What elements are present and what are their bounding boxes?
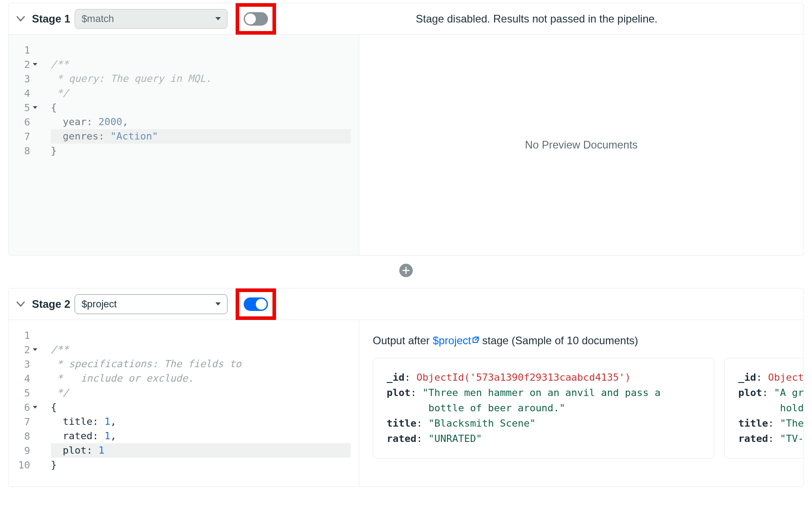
- code-line: /**: [51, 342, 351, 357]
- code-line: rated: 1,: [51, 429, 351, 443]
- stage-2-card: Stage 2 $project 12345678910 /** * speci…: [8, 288, 804, 487]
- caret-down-icon: [215, 302, 221, 306]
- code-line: {: [51, 400, 351, 414]
- toggle-knob: [245, 14, 256, 24]
- line-number: 9: [9, 443, 40, 458]
- output-title: Output after $project stage (Sample of 1…: [373, 333, 800, 347]
- stage-2-toggle-highlight: [236, 288, 276, 320]
- code-line: genres: "Action": [51, 129, 351, 144]
- stage-2-operator-value: $project: [81, 298, 116, 310]
- stage-1-preview-empty: No Preview Documents: [359, 35, 803, 255]
- stage-2-editor[interactable]: 12345678910 /** * specifications: The fi…: [9, 320, 359, 486]
- add-stage-button[interactable]: [399, 264, 413, 277]
- line-number: 3: [9, 72, 40, 86]
- stage-1-editor[interactable]: 12345678 /** * query: The query in MQL. …: [9, 35, 359, 255]
- code-line: * specifications: The fields to: [51, 357, 351, 371]
- line-number: 6: [9, 400, 40, 414]
- code-line: [51, 328, 351, 342]
- line-number: 3: [9, 357, 40, 371]
- line-number: 2: [9, 57, 40, 72]
- code-line: [51, 43, 351, 57]
- line-number: 5: [9, 100, 40, 115]
- code-line: * include or exclude.: [51, 371, 351, 386]
- stage-2-label: Stage 2: [32, 298, 70, 310]
- line-number: 8: [9, 144, 40, 158]
- stage-1-operator-value: $match: [81, 13, 114, 25]
- chevron-down-icon[interactable]: [15, 298, 27, 310]
- external-link-icon: [472, 333, 479, 346]
- stage-1-body: 12345678 /** * query: The query in MQL. …: [9, 35, 803, 255]
- line-number: 6: [9, 115, 40, 129]
- stage-2-code: /** * specifications: The fields to * in…: [40, 320, 359, 480]
- caret-down-icon: [215, 17, 221, 20]
- stage-1-toggle-highlight: [236, 3, 276, 35]
- stage-1-code: /** * query: The query in MQL. */{ year:…: [40, 35, 359, 166]
- stage-1-header: Stage 1 $match Stage disabled. Results n…: [9, 3, 803, 35]
- output-suffix: stage (Sample of 10 documents): [479, 334, 638, 346]
- document-row: _id: ObjectId('573a1390f29313caabcd4135'…: [373, 358, 800, 459]
- code-line: {: [51, 100, 351, 115]
- line-number: 1: [9, 43, 40, 57]
- code-line: year: 2000,: [51, 115, 351, 129]
- stage-1-enable-toggle[interactable]: [244, 12, 268, 26]
- code-line: title: 1,: [51, 414, 351, 429]
- stage-2-enable-toggle[interactable]: [244, 297, 268, 311]
- line-number: 2: [9, 342, 40, 357]
- code-line: }: [51, 144, 351, 158]
- stage-2-body: 12345678910 /** * specifications: The fi…: [9, 320, 803, 486]
- code-line: */: [51, 86, 351, 100]
- stage-1-gutter: 12345678: [9, 35, 40, 255]
- code-line: /**: [51, 57, 351, 72]
- stage-1-card: Stage 1 $match Stage disabled. Results n…: [8, 3, 804, 256]
- line-number: 7: [9, 129, 40, 144]
- stage-1-operator-select[interactable]: $match: [75, 9, 228, 29]
- stage-1-status-text: Stage disabled. Results not passed in th…: [276, 13, 797, 25]
- output-prefix: Output after: [373, 334, 433, 346]
- toggle-knob: [256, 299, 267, 310]
- line-number: 5: [9, 386, 40, 400]
- line-number: 10: [9, 458, 40, 472]
- no-preview-text: No Preview Documents: [525, 139, 638, 151]
- line-number: 1: [9, 328, 40, 342]
- code-line: }: [51, 458, 351, 472]
- output-operator-link[interactable]: $project: [433, 334, 479, 346]
- document-card[interactable]: _id: Object plot: "A gr hold- title: "Th…: [724, 358, 803, 459]
- code-line: plot: 1: [51, 443, 351, 458]
- code-line: * query: The query in MQL.: [51, 72, 351, 86]
- code-line: */: [51, 386, 351, 400]
- line-number: 8: [9, 429, 40, 443]
- document-card[interactable]: _id: ObjectId('573a1390f29313caabcd4135'…: [373, 358, 714, 459]
- chevron-down-icon[interactable]: [15, 13, 27, 25]
- stage-2-operator-select[interactable]: $project: [75, 294, 228, 314]
- line-number: 4: [9, 371, 40, 386]
- stage-2-header: Stage 2 $project: [9, 288, 803, 320]
- stage-2-gutter: 12345678910: [9, 320, 40, 486]
- line-number: 4: [9, 86, 40, 100]
- line-number: 7: [9, 414, 40, 429]
- stage-2-output: Output after $project stage (Sample of 1…: [359, 320, 803, 486]
- stage-1-label: Stage 1: [32, 13, 70, 25]
- add-stage-row: [0, 256, 812, 285]
